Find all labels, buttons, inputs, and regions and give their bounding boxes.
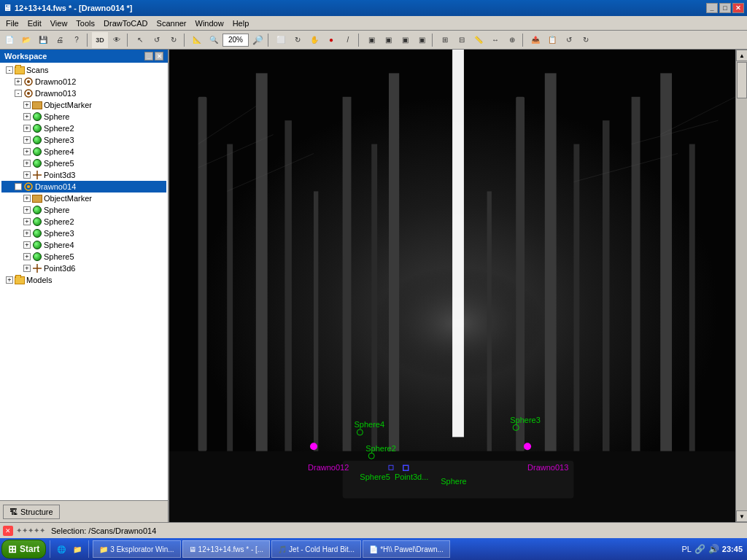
tree-node-drawno012[interactable]: + Drawno012 <box>1 76 166 88</box>
tb-select[interactable]: ⬜ <box>273 32 289 48</box>
tb-copy4[interactable]: ▣ <box>414 32 430 48</box>
taskbar-btn-cad[interactable]: 🖥 12+13+14.fws * - [... <box>182 540 271 558</box>
structure-tab[interactable]: 🏗 Structure <box>3 505 60 519</box>
expand-sphere4-014[interactable]: + <box>23 241 31 249</box>
menu-scanner[interactable]: Scanner <box>152 18 191 29</box>
tree-node-sphere4-014[interactable]: + Sphere4 <box>1 239 166 251</box>
tree-node-objmarker-013[interactable]: + ObjectMarker <box>1 99 166 111</box>
expand-drawno012[interactable]: + <box>15 78 22 85</box>
tree-node-point3d3[interactable]: + Point3d3 <box>1 169 166 181</box>
tree-node-sphere4-013[interactable]: + Sphere4 <box>1 146 166 158</box>
tb-copy2[interactable]: ▣ <box>380 32 396 48</box>
expand-point3d6[interactable]: + <box>23 265 31 272</box>
tree-node-sphere3-013[interactable]: + Sphere3 <box>1 134 166 146</box>
objmarker-013-label: ObjectMarker <box>44 101 92 109</box>
expand-objmarker-013[interactable]: + <box>23 101 31 109</box>
expand-sphere5-014[interactable]: + <box>23 253 31 260</box>
tree-node-models[interactable]: + Models <box>1 274 166 286</box>
tb-measure[interactable]: 📐 <box>189 32 205 48</box>
tree-node-sphere5-014[interactable]: + Sphere5 <box>1 251 166 262</box>
expand-sphere-013[interactable]: + <box>23 113 31 120</box>
menu-view[interactable]: View <box>46 18 72 29</box>
start-button[interactable]: ⊞ Start <box>1 540 46 559</box>
expand-sphere4-013[interactable]: + <box>23 148 31 155</box>
tb-redo2[interactable]: ↻ <box>578 32 594 48</box>
tree-node-sphere-014[interactable]: + Sphere <box>1 204 166 216</box>
tb-help[interactable]: ? <box>69 32 85 48</box>
tb-eye[interactable]: 👁 <box>109 32 125 48</box>
maximize-button[interactable]: □ <box>719 3 731 13</box>
zoom-value[interactable]: 20% <box>222 34 249 47</box>
sidebar-close[interactable]: ✕ <box>155 52 163 61</box>
tb-grid[interactable]: ⊞ <box>437 32 453 48</box>
expand-sphere5-013[interactable]: + <box>23 160 31 167</box>
tree-node-drawno013[interactable]: - Drawno013 <box>1 88 166 99</box>
expand-sphere3-013[interactable]: + <box>23 136 31 144</box>
tree-node-drawno014[interactable]: - Drawno014 <box>1 181 166 192</box>
expand-models[interactable]: + <box>6 276 13 284</box>
tree-node-sphere-013[interactable]: + Sphere <box>1 111 166 122</box>
taskbar-btn-explorer[interactable]: 📁 3 Eksplorator Win... <box>93 540 180 558</box>
scroll-thumb[interactable] <box>737 62 747 98</box>
sidebar-minimize[interactable]: _ <box>144 52 153 61</box>
tb-snap[interactable]: ⊕ <box>504 32 520 48</box>
tree-node-objmarker-014[interactable]: + ObjectMarker <box>1 192 166 204</box>
tree-node-scans[interactable]: - Scans <box>1 64 166 76</box>
tb-zoom-in[interactable]: 🔍 <box>206 32 222 48</box>
expand-drawno013[interactable]: - <box>15 90 22 97</box>
tb-ruler[interactable]: 📏 <box>471 32 487 48</box>
tree-node-sphere3-014[interactable]: + Sphere3 <box>1 228 166 239</box>
tb-rotate[interactable]: ↻ <box>290 32 306 48</box>
menu-window[interactable]: Window <box>191 18 228 29</box>
tb-copy1[interactable]: ▣ <box>363 32 379 48</box>
expand-sphere2-014[interactable]: + <box>23 218 31 225</box>
expand-point3d3[interactable]: + <box>23 171 31 179</box>
taskbar-btn-jet[interactable]: 🎵 Jet - Cold Hard Bit... <box>271 540 361 558</box>
taskbar-folder-icon[interactable]: 📁 <box>70 540 85 558</box>
tb-dot[interactable]: ● <box>323 32 339 48</box>
tb-pan[interactable]: ✋ <box>306 32 322 48</box>
taskbar-btn-pawel[interactable]: 📄 *H\\ Pawel\Drawn... <box>363 540 450 558</box>
tb-arrow[interactable]: ↖ <box>132 32 148 48</box>
tb-zoom-out[interactable]: 🔎 <box>249 32 266 48</box>
scroll-down-btn[interactable]: ▼ <box>736 510 747 522</box>
svg-rect-12 <box>452 50 464 437</box>
menu-edit[interactable]: Edit <box>23 18 46 29</box>
tb-export[interactable]: 📤 <box>527 32 543 48</box>
tree-node-sphere5-013[interactable]: + Sphere5 <box>1 158 166 169</box>
tree-panel: - Scans + Drawno012 - Drawno0 <box>0 63 168 500</box>
expand-sphere-014[interactable]: + <box>23 206 31 214</box>
tb-new[interactable]: 📄 <box>1 32 18 48</box>
tree-node-sphere2-014[interactable]: + Sphere2 <box>1 216 166 228</box>
tb-copy3[interactable]: ▣ <box>397 32 413 48</box>
tb-print[interactable]: 🖨 <box>52 32 68 48</box>
drawno014-icon <box>23 182 34 192</box>
scroll-up-btn[interactable]: ▲ <box>736 50 747 61</box>
tb-prop[interactable]: 📋 <box>544 32 560 48</box>
expand-sphere3-014[interactable]: + <box>23 230 31 237</box>
tb-redo[interactable]: ↻ <box>166 32 182 48</box>
tree-node-point3d6[interactable]: + Point3d6 <box>1 262 166 274</box>
expand-drawno014[interactable]: - <box>15 183 22 190</box>
tb-save[interactable]: 💾 <box>35 32 51 48</box>
tb-dim[interactable]: ↔ <box>487 32 503 48</box>
viewport[interactable]: Drawno012 Sphere4 Sphere3 Drawno013 Sphe… <box>169 50 747 522</box>
menu-file[interactable]: File <box>1 18 23 29</box>
tb-line[interactable]: / <box>340 32 356 48</box>
menu-tools[interactable]: Tools <box>71 18 99 29</box>
taskbar-explorer-icon[interactable]: 🌐 <box>54 540 69 558</box>
expand-objmarker-014[interactable]: + <box>23 195 31 202</box>
minimize-button[interactable]: _ <box>706 3 718 13</box>
menu-help[interactable]: Help <box>228 18 254 29</box>
menu-drawtocad[interactable]: DrawToCAD <box>99 18 152 29</box>
tb-undo[interactable]: ↺ <box>149 32 165 48</box>
expand-scans[interactable]: - <box>6 66 13 74</box>
viewport-scrollbar[interactable]: ▲ ▼ <box>735 50 747 522</box>
close-button[interactable]: ✕ <box>732 3 744 13</box>
tb-open[interactable]: 📂 <box>18 32 34 48</box>
tb-undo2[interactable]: ↺ <box>561 32 577 48</box>
tree-node-sphere2-013[interactable]: + Sphere2 <box>1 122 166 134</box>
tb-grid2[interactable]: ⊟ <box>454 32 470 48</box>
tb-3d[interactable]: 3D <box>92 32 108 48</box>
expand-sphere2-013[interactable]: + <box>23 125 31 132</box>
